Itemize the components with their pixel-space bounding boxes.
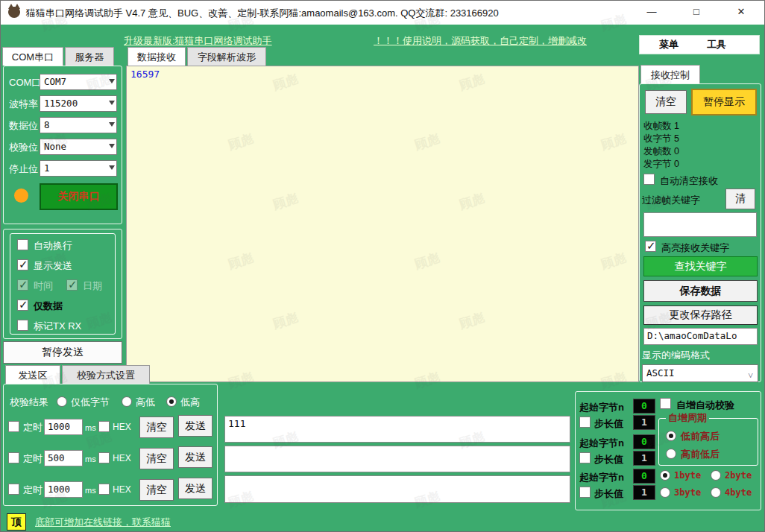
encoding-select[interactable]: ASCII˅ [642,364,758,382]
chevron-down-icon: ˅ [748,367,753,384]
dropdown-arrow-icon [109,79,115,83]
clear-receive-button[interactable]: 清空 [645,90,687,114]
filter-keyword-input[interactable] [643,212,757,237]
low-first-high-last-label: 低前高后 [681,430,720,443]
tab-com-serial[interactable]: COM串口 [2,47,63,66]
tab-data-receive[interactable]: 数据接收 [128,47,186,66]
low-high-label: 低高 [180,396,200,409]
radio-1byte[interactable] [660,470,670,481]
rx-bytes-stat: 收字节 5 [643,133,679,145]
start-byte-value-1[interactable]: 0 [633,399,655,414]
close-button[interactable]: ✕ [730,1,752,23]
pause-display-button[interactable]: 暂停显示 [691,89,757,115]
send-button-2[interactable]: 发送 [178,446,212,468]
checkbox-timer-1[interactable] [8,421,19,432]
tab-send-area[interactable]: 发送区 [5,365,60,384]
footer-contact-link[interactable]: 底部可增加在线链接，联系猫猫 [35,516,171,529]
3byte-label: 3byte [674,487,701,498]
radio-low-first-high-last[interactable] [666,431,676,441]
radio-2byte[interactable] [711,470,721,481]
help-link[interactable]: ！！！使用说明，源码获取，自己定制，增删减改 [374,34,587,48]
checkbox-show-send[interactable] [17,259,28,270]
checkbox-step-1[interactable] [579,417,591,428]
tab-checksum-settings[interactable]: 校验方式设置 [62,365,150,384]
find-keyword-button[interactable]: 查找关键字 [643,256,758,276]
send-text-input-1[interactable]: 111 [224,416,570,443]
checkbox-hex-3[interactable] [98,484,110,495]
baudrate-label: 波特率 [9,98,38,111]
checkbox-date[interactable] [66,279,78,291]
checkbox-step-3[interactable] [579,487,591,498]
com-port-select[interactable]: COM7 [40,74,117,90]
timer-interval-input-3[interactable]: 1000 [44,481,83,498]
checkbox-autowrap[interactable] [17,239,28,250]
databits-label: 数据位 [9,119,38,133]
show-send-label: 显示发送 [34,259,72,273]
pause-send-button[interactable]: 暂停发送 [3,341,122,364]
checkbox-data-only[interactable] [17,300,28,311]
checkbox-hex-2[interactable] [98,452,110,463]
baudrate-select[interactable]: 115200 [40,95,117,112]
menu-item-tools[interactable]: 工具 [707,38,726,51]
menu-item-menu[interactable]: 菜单 [659,38,679,51]
minimize-button[interactable]: — [640,1,663,23]
radio-low-byte-only[interactable] [57,396,67,407]
step-value-2[interactable]: 1 [633,451,655,466]
ms-label-3: ms [85,486,96,495]
tab-field-parse-waveform[interactable]: 字段解析波形 [187,47,266,66]
parity-select[interactable]: None [40,139,117,155]
checkbox-time[interactable] [17,279,28,291]
radio-low-high[interactable] [166,396,177,407]
filter-clear-button[interactable]: 清 [725,189,755,209]
hex-label-2: HEX [113,453,131,463]
save-data-button[interactable]: 保存数据 [643,280,758,302]
checkbox-auto-clear-receive[interactable] [643,174,655,185]
stopbits-select[interactable]: 1 [40,160,117,177]
start-byte-value-3[interactable]: 0 [633,469,655,484]
radio-high-first-low-last[interactable] [666,449,676,459]
save-path-input[interactable]: D:\amaoComDataLo [643,328,758,345]
receive-data-textarea[interactable]: 16597 [126,66,639,382]
checkbox-timer-2[interactable] [8,452,19,463]
checkbox-timer-3[interactable] [8,484,19,495]
step-label-3: 步长值 [594,487,623,501]
radio-4byte[interactable] [711,487,721,498]
timer-label-1: 定时 [23,421,42,434]
tab-receive-control[interactable]: 接收控制 [640,65,700,83]
filter-keyword-label: 过滤帧关键字 [642,194,700,207]
start-byte-value-2[interactable]: 0 [633,434,655,449]
app-window: 猫猫串口网络调试助手 V4.7 意见、BUG、改善、定制-联系阿猫:amaoma… [0,0,765,532]
checksum-result-label: 校验结果 [10,396,48,409]
timer-interval-input-2[interactable]: 500 [44,450,83,466]
app-cat-icon [8,7,20,18]
radio-3byte[interactable] [660,487,670,498]
send-button-3[interactable]: 发送 [178,478,212,499]
databits-select[interactable]: 8 [40,117,117,133]
mark-txrx-label: 标记TX RX [34,320,81,333]
clear-button-3[interactable]: 清空 [139,479,174,501]
tab-server[interactable]: 服务器 [65,47,114,66]
checkbox-step-2[interactable] [579,452,591,463]
send-text-input-3[interactable] [224,475,570,503]
checkbox-highlight-keyword[interactable] [645,241,656,252]
time-label: 时间 [34,279,53,293]
step-label-1: 步长值 [594,417,623,431]
upgrade-link[interactable]: 升级最新版:猫猫串口网络调试助手 [124,34,272,48]
step-value-1[interactable]: 1 [633,415,655,430]
high-low-label: 高低 [136,396,155,409]
checkbox-auto-increment-checksum[interactable] [660,398,671,409]
checkbox-mark-txrx[interactable] [17,320,28,331]
clear-button-1[interactable]: 清空 [139,417,174,438]
checkbox-hex-1[interactable] [98,421,110,432]
step-value-3[interactable]: 1 [633,485,655,500]
parity-label: 校验位 [9,141,38,154]
clear-button-2[interactable]: 清空 [139,448,174,469]
send-text-input-2[interactable] [224,446,570,472]
change-save-path-button[interactable]: 更改保存路径 [643,305,758,325]
timer-interval-input-1[interactable]: 1000 [44,419,83,435]
send-button-1[interactable]: 发送 [178,415,212,437]
maximize-button[interactable]: □ [685,1,708,23]
radio-high-low[interactable] [122,396,132,407]
close-serial-button[interactable]: 关闭串口 [40,183,118,210]
scroll-top-button[interactable]: 顶 [7,513,26,531]
